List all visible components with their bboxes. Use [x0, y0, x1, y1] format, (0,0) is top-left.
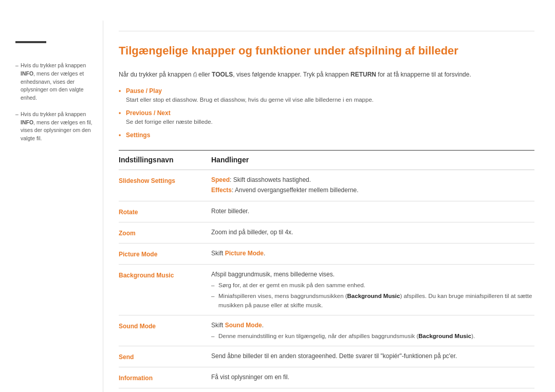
table-header: Indstillingsnavn Handlinger [119, 150, 534, 170]
row-desc-zoom: Zoom ind på billeder, op til 4x. [211, 228, 534, 238]
table-row: Send Send åbne billeder til en anden sto… [119, 346, 534, 367]
table-row: Slideshow Settings Speed: Skift diasshow… [119, 170, 534, 201]
slideshow-line-1: Speed: Skift diasshowets hastighed. [211, 175, 534, 184]
bg-music-ref: Background Music [418, 333, 471, 339]
sidebar-accent-bar [15, 41, 46, 43]
table-row: Zoom Zoom ind på billeder, op til 4x. [119, 222, 534, 244]
table-row: Information Få vist oplysninger om en fi… [119, 367, 534, 388]
bullet-label-previous-next: Previous / Next [126, 109, 171, 117]
settings-table: Indstillingsnavn Handlinger Slideshow Se… [119, 150, 534, 388]
row-name-zoom: Zoom [119, 228, 211, 238]
bullet-desc-previous-next: Se det forrige eller næste billede. [126, 118, 534, 126]
table-row: Picture Mode Skift Picture Mode. [119, 244, 534, 265]
row-name-rotate: Rotate [119, 207, 211, 217]
col-header-action: Handlinger [211, 155, 534, 165]
row-name-information: Information [119, 372, 211, 383]
page-title: Tilgængelige knapper og funktioner under… [119, 44, 534, 59]
bullet-pause-play: Pause / Play Start eller stop et diassho… [119, 86, 534, 104]
sidebar: Hvis du trykker på knappen INFO, mens de… [0, 21, 103, 392]
row-name-slideshow: Slideshow Settings [119, 175, 211, 196]
bullet-desc-pause-play: Start eller stop et diasshow. Brug et di… [126, 96, 534, 104]
bg-music-line-1: Afspil baggrundmusik, mens billederne vi… [211, 270, 534, 279]
slideshow-line-2: Effects: Anvend overgangseffekter mellem… [211, 185, 534, 195]
row-desc-slideshow: Speed: Skift diasshowets hastighed. Effe… [211, 175, 534, 196]
sidebar-note-1: Hvis du trykker på knappen INFO, mens de… [15, 62, 92, 102]
bg-music-bold: Background Music [347, 293, 400, 299]
row-name-picture-mode: Picture Mode [119, 249, 211, 259]
sound-mode-line-1: Skift Sound Mode. [211, 321, 534, 330]
table-row: Background Music Afspil baggrundmusik, m… [119, 265, 534, 315]
row-desc-send: Send åbne billeder til en anden storagee… [211, 351, 534, 362]
effects-label: Effects [211, 186, 232, 194]
row-desc-information: Få vist oplysninger om en fil. [211, 372, 534, 383]
bullet-list: Pause / Play Start eller stop et diassho… [119, 86, 534, 140]
bullet-previous-next: Previous / Next Se det forrige eller næs… [119, 108, 534, 126]
sidebar-note-2: Hvis du trykker på knappen INFO, mens de… [15, 110, 92, 143]
sidebar-notes: Hvis du trykker på knappen INFO, mens de… [15, 62, 92, 143]
row-name-bg-music: Background Music [119, 270, 211, 310]
speed-label: Speed [211, 176, 230, 183]
intro-text: Når du trykker på knappen ⎙ eller TOOLS,… [119, 70, 534, 79]
table-row: Sound Mode Skift Sound Mode. Denne menui… [119, 315, 534, 346]
bg-music-dash-1: Sørg for, at der er gemt en musik på den… [211, 281, 534, 290]
row-desc-bg-music: Afspil baggrundmusik, mens billederne vi… [211, 270, 534, 310]
col-header-name: Indstillingsnavn [119, 155, 211, 165]
row-name-sound-mode: Sound Mode [119, 321, 211, 341]
main-content: Tilgængelige knapper og funktioner under… [103, 21, 555, 392]
row-desc-rotate: Roter billeder. [211, 207, 534, 217]
row-desc-picture-mode: Skift Picture Mode. [211, 249, 534, 259]
bullet-label-pause-play: Pause / Play [126, 87, 162, 95]
bullet-label-settings: Settings [126, 132, 150, 139]
sound-mode-label: Sound Mode [225, 322, 262, 329]
sound-mode-dash-1: Denne menuindstilling er kun tilgængelig… [211, 332, 534, 341]
bg-music-dash-2: Miniafspilleren vises, mens baggrundsmus… [211, 292, 534, 310]
picture-mode-label: Picture Mode [225, 250, 264, 257]
row-desc-sound-mode: Skift Sound Mode. Denne menuindstilling … [211, 321, 534, 341]
row-name-send: Send [119, 351, 211, 362]
table-row: Rotate Roter billeder. [119, 201, 534, 222]
bullet-settings: Settings [119, 130, 534, 140]
top-divider [119, 31, 534, 31]
